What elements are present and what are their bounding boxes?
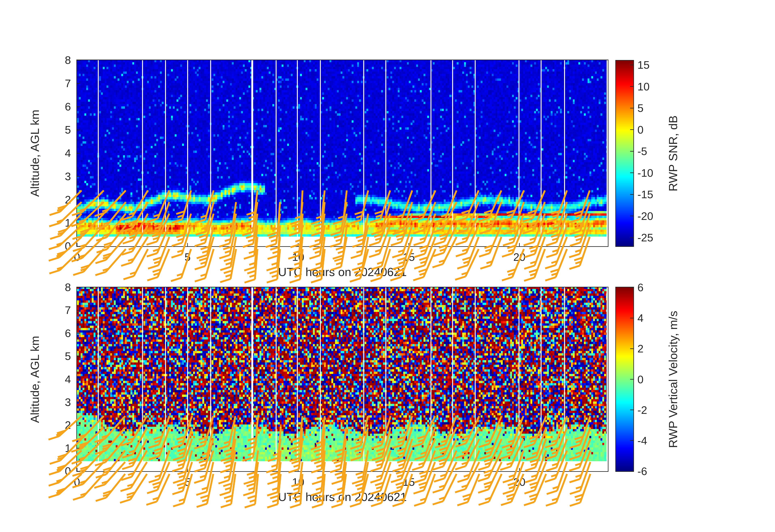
wind-barb (569, 225, 590, 257)
wind-barb (479, 190, 502, 221)
wind-barbs-velocity-panel (48, 416, 590, 508)
wind-barb (523, 190, 545, 222)
wind-barb (456, 428, 480, 458)
wind-barb (147, 190, 169, 222)
wind-barb (391, 190, 412, 222)
wind-barb (221, 202, 236, 235)
wind-barb (501, 190, 524, 221)
wind-barb (455, 439, 480, 469)
wind-barb (413, 202, 436, 233)
wind-barb (524, 416, 546, 447)
wind-barb (122, 202, 148, 231)
wind-barb (50, 439, 82, 464)
wind-barb (196, 202, 213, 235)
wind-barb (352, 213, 368, 247)
wind-barb (455, 249, 479, 280)
wind-barb (479, 474, 502, 505)
wind-barb (502, 249, 524, 281)
wind-barb (480, 428, 502, 459)
wind-barb (121, 462, 147, 491)
wind-barb (458, 451, 479, 482)
wind-barbs-snr-panel (49, 190, 590, 283)
wind-barb (503, 213, 524, 245)
wind-barb (502, 416, 524, 448)
wind-barb (172, 190, 191, 223)
wind-barb (415, 428, 435, 460)
wind-barbs-overlay (0, 0, 775, 532)
wind-barb (455, 462, 479, 493)
wind-barb (414, 462, 435, 494)
wind-barb (370, 190, 390, 222)
wind-barb (148, 237, 169, 269)
wind-barb (332, 428, 346, 461)
wind-barb (478, 462, 502, 493)
wind-barb (121, 237, 148, 266)
wind-barb (391, 451, 412, 482)
wind-barb (525, 439, 546, 471)
wind-barb (371, 237, 390, 270)
wind-barb (481, 237, 502, 269)
wind-barb (412, 416, 435, 447)
wind-barb (122, 428, 147, 458)
wind-barb (351, 428, 368, 461)
wind-barb (435, 416, 457, 448)
wind-barb (503, 451, 524, 482)
wind-barb (526, 428, 546, 460)
wind-barb (433, 202, 457, 232)
wind-barb (480, 202, 501, 234)
wind-barb (350, 416, 368, 449)
wind-barb (352, 237, 368, 270)
wind-barb (149, 202, 169, 234)
wind-barb (333, 190, 347, 224)
wind-barb (121, 451, 147, 480)
wind-barb (412, 439, 435, 470)
wind-barb (350, 190, 368, 223)
wind-barb (569, 190, 590, 222)
wind-barb (172, 416, 192, 448)
wind-barb (392, 416, 412, 448)
wind-barb (171, 225, 191, 257)
wind-barb (121, 416, 147, 446)
wind-barb (570, 416, 590, 448)
wind-barb (148, 416, 169, 448)
wind-barb (370, 439, 391, 471)
wind-barb (371, 416, 391, 449)
wind-barb (479, 416, 502, 447)
wind-barb (195, 190, 213, 223)
wind-barb (333, 225, 347, 259)
wind-barb (50, 190, 82, 215)
wind-barb (435, 190, 457, 222)
wind-barb (546, 190, 567, 222)
wind-barb (456, 416, 479, 447)
wind-barb (457, 237, 479, 269)
wind-barb (504, 202, 524, 234)
wind-barb (195, 249, 213, 282)
wind-barb (245, 416, 258, 450)
wind-barb (412, 190, 436, 221)
wind-barb (122, 190, 148, 220)
wind-barb (48, 416, 81, 440)
wind-barb (456, 190, 479, 222)
wind-barb (545, 416, 567, 448)
figure-page: { "colors": { "background": "#ffffff", "… (0, 0, 775, 532)
wind-barb (147, 462, 169, 493)
wind-barb (433, 474, 457, 505)
